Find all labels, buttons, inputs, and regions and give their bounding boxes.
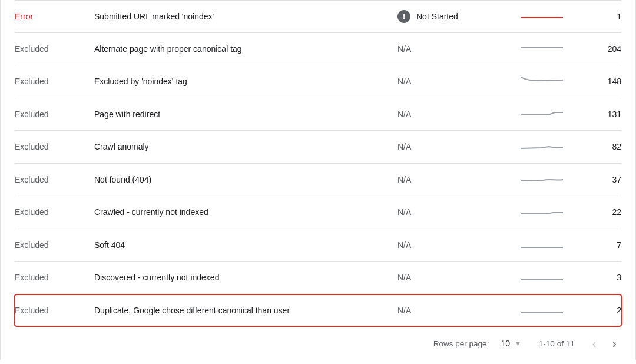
table-row[interactable]: ExcludedExcluded by 'noindex' tagN/A148 (15, 65, 621, 98)
table-row[interactable]: ExcludedPage with redirectN/A131 (15, 98, 621, 131)
row-status: N/A (398, 44, 509, 54)
row-type: Excluded (15, 175, 94, 184)
trend-sparkline (509, 75, 574, 87)
table-row[interactable]: ExcludedDuplicate, Google chose differen… (15, 294, 621, 327)
trend-sparkline (509, 239, 574, 251)
row-pages: 2 (574, 306, 621, 315)
row-pages: 22 (574, 207, 621, 217)
pagination-bar: Rows per page: 10 ▼ 1-10 of 11 ‹ › (15, 327, 621, 360)
row-reason: Alternate page with proper canonical tag (94, 44, 398, 54)
trend-sparkline (509, 43, 574, 55)
rows-per-page-label: Rows per page: (433, 339, 489, 348)
status-text: N/A (398, 207, 411, 217)
row-type: Excluded (15, 44, 94, 54)
status-text: N/A (398, 240, 411, 250)
row-pages: 1 (574, 12, 621, 21)
trend-sparkline (509, 305, 574, 316)
row-status: N/A (398, 273, 509, 282)
row-reason: Discovered - currently not indexed (94, 273, 398, 282)
trend-sparkline (509, 174, 574, 186)
trend-sparkline (509, 272, 574, 283)
row-pages: 7 (574, 240, 621, 250)
row-type: Error (15, 12, 94, 21)
alert-icon: ! (398, 10, 410, 23)
row-reason: Soft 404 (94, 240, 398, 250)
row-status: N/A (398, 110, 509, 119)
row-type: Excluded (15, 142, 94, 151)
trend-sparkline (509, 141, 574, 153)
row-pages: 131 (574, 110, 621, 119)
row-type: Excluded (15, 240, 94, 250)
previous-page-button[interactable]: ‹ (592, 337, 597, 350)
table-row[interactable]: ExcludedAlternate page with proper canon… (15, 33, 621, 66)
row-pages: 82 (574, 142, 621, 151)
trend-sparkline (509, 108, 574, 120)
status-text: N/A (398, 273, 411, 282)
row-status: N/A (398, 77, 509, 86)
status-text: N/A (398, 110, 411, 119)
row-reason: Not found (404) (94, 175, 398, 184)
row-status: N/A (398, 175, 509, 184)
row-pages: 148 (574, 77, 621, 86)
pagination-range: 1-10 of 11 (539, 339, 575, 348)
row-status: N/A (398, 240, 509, 250)
row-type: Excluded (15, 306, 94, 315)
row-pages: 3 (574, 273, 621, 282)
status-text: N/A (398, 175, 411, 184)
row-type: Excluded (15, 273, 94, 282)
rows-per-page-select[interactable]: 10 ▼ (501, 339, 521, 348)
row-reason: Crawled - currently not indexed (94, 207, 398, 217)
row-status: N/A (398, 142, 509, 151)
status-text: Not Started (416, 12, 458, 21)
status-text: N/A (398, 77, 411, 86)
row-pages: 204 (574, 44, 621, 54)
status-text: N/A (398, 306, 411, 315)
table-row[interactable]: ExcludedNot found (404)N/A37 (15, 164, 621, 197)
table-row[interactable]: ExcludedSoft 404N/A7 (15, 229, 621, 262)
coverage-table: ErrorSubmitted URL marked 'noindex'!Not … (0, 0, 636, 360)
row-status: !Not Started (398, 10, 509, 23)
row-type: Excluded (15, 110, 94, 119)
row-type: Excluded (15, 207, 94, 217)
dropdown-caret-icon: ▼ (515, 340, 521, 347)
status-text: N/A (398, 142, 411, 151)
table-row[interactable]: ExcludedCrawled - currently not indexedN… (15, 196, 621, 229)
row-type: Excluded (15, 77, 94, 86)
row-pages: 37 (574, 175, 621, 184)
row-status: N/A (398, 207, 509, 217)
table-row[interactable]: ErrorSubmitted URL marked 'noindex'!Not … (15, 0, 621, 33)
row-status: N/A (398, 306, 509, 315)
rows-per-page-group: Rows per page: 10 ▼ (433, 339, 521, 348)
row-reason: Crawl anomaly (94, 142, 398, 151)
next-page-button[interactable]: › (612, 337, 617, 350)
row-reason: Excluded by 'noindex' tag (94, 77, 398, 86)
row-reason: Submitted URL marked 'noindex' (94, 12, 398, 21)
row-reason: Page with redirect (94, 110, 398, 119)
rows-per-page-value: 10 (501, 339, 510, 348)
row-reason: Duplicate, Google chose different canoni… (94, 306, 398, 315)
status-text: N/A (398, 44, 411, 54)
pagination-arrows: ‹ › (592, 337, 617, 350)
trend-sparkline (509, 206, 574, 218)
trend-sparkline (509, 11, 574, 22)
table-row[interactable]: ExcludedCrawl anomalyN/A82 (15, 131, 621, 164)
table-row[interactable]: ExcludedDiscovered - currently not index… (15, 262, 621, 294)
